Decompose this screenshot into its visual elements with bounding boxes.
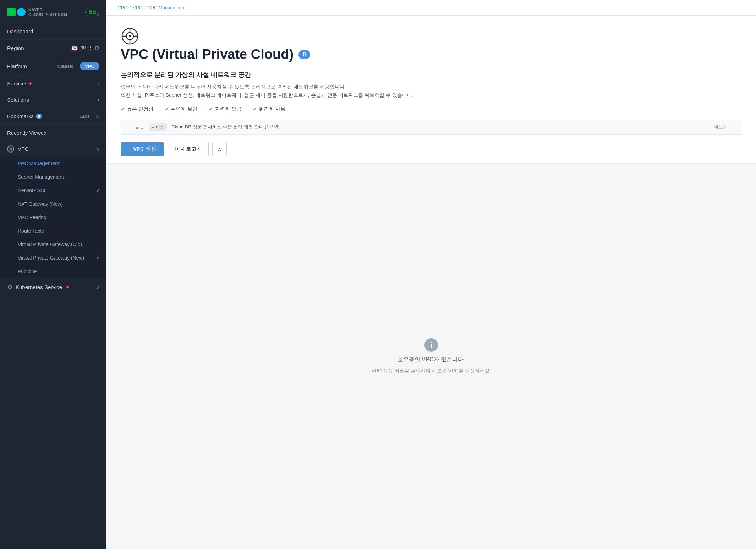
bookmarks-count-badge: 0 [36, 114, 42, 119]
check-icon: ✓ [121, 106, 125, 112]
vpc-features: ✓ 높은 안정성 ✓ 완벽한 보안 ✓ 저렴한 요금 ✓ 편리한 사용 [121, 106, 742, 112]
feature-pricing: ✓ 저렴한 요금 [209, 106, 241, 112]
sidebar-vpc-header[interactable]: VPC ∧ [0, 141, 106, 157]
svg-point-12 [129, 35, 131, 37]
feature-security: ✓ 완벽한 보안 [165, 106, 197, 112]
content-area: VPC (Virtual Private Cloud) 0 논리적으로 분리된 … [106, 16, 756, 549]
kubernetes-dot-badge [66, 286, 69, 288]
logo-circle [17, 8, 26, 16]
platform-vpc-button[interactable]: VPC [80, 62, 99, 70]
notice-tag: 서비스 [149, 123, 167, 131]
chevron-right-icon: › [98, 81, 99, 86]
feature-stability: ✓ 높은 안정성 [121, 106, 153, 112]
chevron-right-icon: › [98, 97, 99, 102]
breadcrumb-vpc1[interactable]: VPC [118, 5, 127, 10]
check-icon: ✓ [165, 106, 169, 112]
empty-title: 보유중인 VPC가 없습니다. [398, 356, 465, 364]
sidebar-vpc-section: VPC ∧ VPC Management Subnet Management N… [0, 141, 106, 278]
empty-icon: i [424, 338, 438, 352]
sidebar-item-vpg-new[interactable]: Virtual Private Gateway (New) ∨ [0, 251, 106, 265]
sidebar-item-network-acl[interactable]: Network ACL ∨ [0, 184, 106, 197]
sidebar-item-dashboard[interactable]: Dashboard [0, 23, 106, 40]
sidebar-item-platform: Platform Classic VPC [0, 57, 106, 76]
vpc-submenu: VPC Management Subnet Management Network… [0, 157, 106, 278]
logo-icon [7, 8, 26, 16]
empty-subtitle: VPC 생성 버튼을 클릭하여 새로운 VPC를 생성하세요. [372, 368, 491, 374]
chevron-up-icon: ∧ [218, 146, 221, 152]
region-selector: 🇰🇷 한국 ⚙ [71, 45, 99, 52]
sidebar-item-nat-gateway[interactable]: NAT Gateway (New) [0, 197, 106, 211]
sidebar-item-solutions[interactable]: Solutions › [0, 92, 106, 108]
breadcrumb-sep2: / [144, 5, 146, 10]
description-text: 업무의 목적에 따라 네트워크를 나누어 사용하실 수 있도록 논리적으로 격리… [121, 83, 742, 100]
feature-usability: ✓ 편리한 사용 [253, 106, 285, 112]
vpc-nav-icon [7, 145, 14, 152]
services-dot-badge [29, 82, 32, 85]
sidebar-item-services[interactable]: Services › [0, 76, 106, 92]
sidebar: NAVER CLOUD PLATFORM 콘솔 Dashboard Region… [0, 0, 106, 549]
notice-bar: ▲ ... 서비스 Cloud DB 상품군 서비스 수준 협약 개정 안내 (… [121, 120, 742, 135]
notice-text: Cloud DB 상품군 서비스 수준 협약 개정 안내 (11/16) [171, 124, 279, 130]
breadcrumb-vpc-management: VPC Management [148, 5, 186, 10]
sidebar-item-route-table[interactable]: Route Table [0, 224, 106, 238]
logo-text: NAVER CLOUD PLATFORM [28, 7, 67, 17]
sidebar-item-region[interactable]: Region 🇰🇷 한국 ⚙ [0, 40, 106, 57]
settings-icon[interactable]: ⚙ [94, 45, 99, 51]
collapse-button[interactable]: ∧ [212, 142, 227, 156]
empty-state: i 보유중인 VPC가 없습니다. VPC 생성 버튼을 클릭하여 새로운 VP… [106, 164, 756, 549]
kubernetes-gear-icon: ⚙ [7, 283, 13, 291]
sidebar-recently-viewed: Recently Viewed [0, 125, 106, 141]
vpc-count-badge: 0 [298, 50, 310, 59]
page-title: VPC (Virtual Private Cloud) 0 [121, 47, 742, 62]
main-content: VPC / VPC / VPC Management [106, 0, 756, 549]
vpc-chevron-up-icon: ∧ [96, 146, 99, 152]
sidebar-item-vpc-peering[interactable]: VPC Peering [0, 211, 106, 224]
sidebar-item-kubernetes[interactable]: ⚙ Kubernetes Service ∨ [0, 278, 106, 296]
notice-more-link[interactable]: 더보기 [714, 124, 728, 130]
sidebar-item-public-ip[interactable]: Public IP [0, 265, 106, 278]
sidebar-item-subnet-management[interactable]: Subnet Management [0, 170, 106, 184]
svg-point-1 [11, 148, 12, 150]
check-icon: ✓ [253, 106, 257, 112]
platform-classic-button[interactable]: Classic [53, 62, 79, 70]
check-icon: ✓ [209, 106, 213, 112]
chevron-down-icon: ∨ [96, 255, 99, 260]
sidebar-item-bookmarks[interactable]: Bookmarks 0 EDIT ∧ [0, 108, 106, 125]
chevron-up-icon: ∧ [95, 113, 99, 120]
breadcrumb-sep1: / [130, 5, 131, 10]
chevron-down-icon: ∨ [96, 284, 99, 290]
bookmarks-edit-link[interactable]: EDIT [80, 114, 90, 119]
sidebar-item-vpg-old[interactable]: Virtual Private Gateway (Old) [0, 238, 106, 251]
vpc-service-icon [121, 27, 742, 47]
console-badge[interactable]: 콘솔 [85, 9, 99, 16]
refresh-button[interactable]: ↻ 새로고침 [168, 142, 209, 156]
breadcrumb-vpc2[interactable]: VPC [133, 5, 142, 10]
sidebar-item-vpc-management[interactable]: VPC Management [0, 157, 106, 170]
vpc-info-section: VPC (Virtual Private Cloud) 0 논리적으로 분리된 … [106, 16, 756, 135]
create-vpc-button[interactable]: + VPC 생성 [121, 142, 164, 156]
breadcrumb: VPC / VPC / VPC Management [106, 0, 756, 16]
description-title: 논리적으로 분리된 가상의 사설 네트워크 공간 [121, 71, 742, 79]
logo-square [7, 8, 16, 16]
chevron-down-icon: ∨ [96, 188, 99, 193]
action-bar: + VPC 생성 ↻ 새로고침 ∧ [106, 135, 756, 164]
platform-toggle: Classic VPC [53, 62, 99, 70]
sidebar-logo: NAVER CLOUD PLATFORM 콘솔 [0, 0, 106, 23]
region-flag: 🇰🇷 [71, 45, 78, 52]
refresh-icon: ↻ [174, 146, 179, 152]
